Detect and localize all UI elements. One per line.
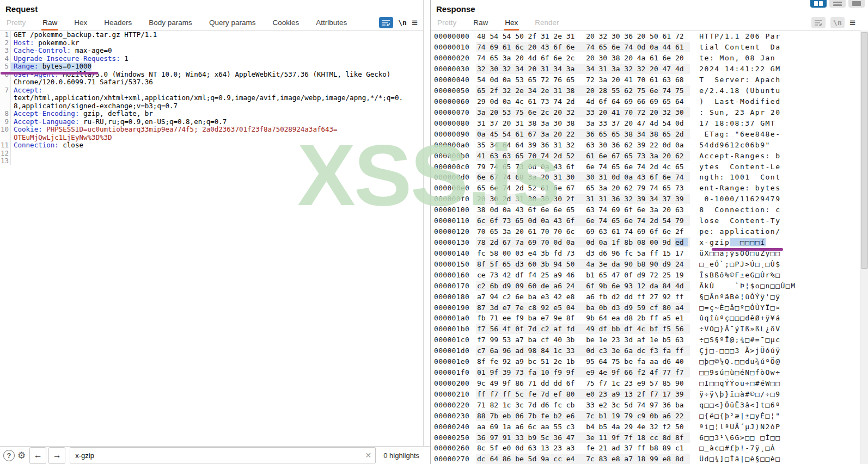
request-line[interactable]: 1GET /pokemmo_backup.tar.gz HTTP/1.1 [0,31,423,39]
hex-offset: 000001a0 [431,314,469,322]
gear-icon[interactable]: ⚙ [17,451,26,460]
request-line[interactable]: 12 [0,150,423,158]
scrollbar-thumb[interactable] [861,32,868,269]
split-rows-layout-button[interactable] [829,0,846,8]
hex-row[interactable]: 00000130782d677a69700d0a0d0a1f8b08009ded… [431,237,860,248]
search-input[interactable] [70,451,375,460]
line-text: GET /pokemmo_backup.tar.gz HTTP/1.1 [11,31,157,39]
hex-row[interactable]: 0000008031372031383a30383a333720474d540d… [431,117,860,128]
response-hex-view[interactable]: 00000000485454502f312e312032303620506172… [431,30,860,464]
tab-request-raw[interactable]: Raw [41,16,58,30]
hex-row[interactable]: 00000160ce7342dff425a946b165470fd9722519… [431,269,860,280]
tab-response-raw[interactable]: Raw [472,16,489,30]
tab-request-query-params[interactable]: Query params [208,16,257,30]
hex-offset: 00000010 [431,43,469,51]
clear-search-icon[interactable]: ✕ [365,451,372,460]
hex-row[interactable]: 00000170c26bd90960dea6246f9b6e9312da844d… [431,280,860,291]
hex-row[interactable]: 00000270dc6486be5d9acce47c83e8a71899e88d… [431,454,860,464]
request-tabs: PrettyRawHexHeadersBody paramsQuery para… [5,16,363,30]
hex-row[interactable]: 00000040540d0a5365727665723a204170616368… [431,75,860,85]
request-line[interactable]: 10Cookie: PHPSESSID=uc0umtiobearq33mip9e… [0,126,423,134]
request-line[interactable]: 13 [0,157,423,165]
hex-row[interactable]: 00000240aa691aa66caa55c3b4b54a294e32f250… [431,421,860,432]
tab-response-render[interactable]: Render [534,16,560,30]
hex-row[interactable]: 00000030323032342031343a34313a323220474d… [431,64,860,75]
hex-row[interactable]: 000001508f5f65d3603b94504a3eda90b890d924… [431,258,860,269]
help-icon[interactable]: ? [3,450,15,461]
hex-row[interactable]: 00000000485454502f312e312032303620506172… [431,31,860,42]
hex-bytes: ce7342dff425a946b165470fd9722519 [476,270,690,280]
request-line[interactable]: 8Accept-Encoding: gzip, deflate, br [0,110,423,118]
hex-row[interactable]: 00000100380d0a436f6e6e656374696f6e3a2063… [431,205,860,215]
hex-row[interactable]: 000000f020302d313030302f3131363239343739… [431,194,860,205]
line-text: Host: pokemmo.kr [11,39,79,47]
hex-row[interactable]: 000001106c6f73650d0a436f6e74656e742d5479… [431,215,860,226]
soft-wrap-icon[interactable] [811,17,826,28]
hex-row[interactable]: 000000a035346464393631326330366239220d0a… [431,139,860,150]
hex-row[interactable]: 00000180a794c26ebae342e8a6fbd2ddff2792ff… [431,291,860,302]
hex-row[interactable]: 000000703a2053756e2c20323320417072203230… [431,107,860,117]
hex-row[interactable]: 00000230887beb067bfeb2e67cb11979c90ba622… [431,410,860,421]
tab-request-pretty[interactable]: Pretty [5,16,27,30]
request-line[interactable]: 11Connection: close [0,141,423,150]
hex-row[interactable]: 00000210fff7ff5cfe7def80e023a9132ff71739… [431,388,860,399]
request-line[interactable]: 5Range: bytes=0-1000 [0,63,423,71]
hamburger-menu-icon[interactable]: ≡ [849,17,855,28]
line-number: 4 [0,55,11,63]
hex-row[interactable]: 000001e08ffe92a9bc512e1b956475befaaad640… [431,356,860,367]
request-line[interactable]: text/html,application/xhtml+xml,applicat… [0,94,423,102]
previous-match-button[interactable]: ← [29,447,46,464]
hex-row[interactable]: 00000060290d0a4c6173742d4d6f646966696564… [431,96,860,107]
hex-ascii: pe: application/ [699,227,780,236]
hex-row[interactable]: 000001a0fb71eef9bae79e8f9b64ead82bffa5e1… [431,313,860,324]
hex-row[interactable]: 000001c0f79953a7bacf403bbe1e233daf1eb563… [431,335,860,345]
hex-row[interactable]: 000000b04163636570742d52616e6765733a2062… [431,150,860,161]
hex-row[interactable]: 00000190873de77ec892e504ba0bd3d959cf80a4… [431,302,860,313]
hex-row[interactable]: 0000025036979133b95c36473e119f7f18cc8d8f… [431,432,860,443]
hex-offset: 000001f0 [431,368,469,376]
show-newlines-icon[interactable]: \n [398,18,407,27]
hex-row[interactable]: 000001b0f7564f0f7dc2affd49dfbbdf4cbff556… [431,324,860,335]
tab-request-cookies[interactable]: Cookies [271,16,300,30]
request-line[interactable]: 8,application/signed-exchange;v=b3;q=0.7 [0,102,423,110]
tab-request-attributes[interactable]: Attributes [315,16,348,30]
hex-row[interactable]: 00000050652f322e342e313820285562756e7475… [431,85,860,96]
tab-request-body-params[interactable]: Body params [148,16,193,30]
selected-hex-byte[interactable]: ed [675,238,688,246]
soft-wrap-icon[interactable] [379,17,393,28]
hex-bytes: 290d0a4c6173742d4d6f646966696564 [476,96,690,107]
hex-row[interactable]: 000001f0019f3973fa10f99fe94e9f66f24f77f7… [431,367,860,378]
response-scrollbar[interactable] [860,30,868,464]
hex-row[interactable]: 000000d06e6774683a20313030310d0a436f6e74… [431,172,860,183]
request-line[interactable]: OTEuMjQwLjc1LjEyNw%3D%3D [0,134,423,142]
request-line[interactable]: 7Accept: [0,86,423,95]
request-line[interactable]: 9Accept-Language: ru-RU,ru;q=0.9,en-US;q… [0,118,423,126]
hex-row[interactable]: 0000022071821c3c7dd6fccb33e23c5d749736ba… [431,399,860,410]
request-line[interactable]: 2Host: pokemmo.kr [0,39,423,47]
hex-row[interactable]: 000000900a455461673a2022366565383438652d… [431,128,860,139]
request-line[interactable]: Chrome/120.0.6099.71 Safari/537.36 [0,78,423,86]
single-view-layout-button[interactable] [848,0,865,8]
hex-row[interactable]: 000000e0656e742d52616e67653a206279746573… [431,183,860,194]
hex-offset: 00000040 [431,76,469,84]
hamburger-menu-icon[interactable]: ≡ [412,17,418,28]
request-line[interactable]: 3Cache-Control: max-age=0 [0,47,423,55]
hex-row[interactable]: 000000107469616c20436f6e74656e740d0a4461… [431,42,860,53]
hex-row[interactable]: 0000012070653a206170706c69636174696f6e2f… [431,226,860,237]
request-line[interactable]: 4Upgrade-Insecure-Requests: 1 [0,55,423,63]
hex-row[interactable]: 00000140fc580003e43bfd73d3d696fc5aff1517… [431,248,860,258]
request-raw-editor[interactable]: 1GET /pokemmo_backup.tar.gz HTTP/1.12Hos… [0,30,423,446]
tab-response-hex[interactable]: Hex [504,16,519,30]
hex-bytes: 656e742d52616e67653a206279746573 [476,183,690,193]
tab-request-hex[interactable]: Hex [73,16,88,30]
hex-row[interactable]: 000002608c5fe00d631323a3fe21ad37ffb889c1… [431,443,860,454]
hex-row[interactable]: 000000c0797465730d0a436f6e74656e742d4c65… [431,161,860,172]
split-columns-layout-button[interactable] [810,0,827,8]
show-newlines-icon[interactable]: \n [830,17,845,28]
hex-row[interactable]: 000001d0c76a96ad98841c330dc33e6adcf3faff… [431,345,860,356]
tab-request-headers[interactable]: Headers [103,16,133,30]
hex-row[interactable]: 0000002074653a204d6f6e2c203038204a616e20… [431,53,860,64]
hex-row[interactable]: 000002009c499f8671dddd6f75f71c23e9578590… [431,378,860,389]
tab-response-pretty[interactable]: Pretty [436,16,457,30]
next-match-button[interactable]: → [48,447,65,464]
